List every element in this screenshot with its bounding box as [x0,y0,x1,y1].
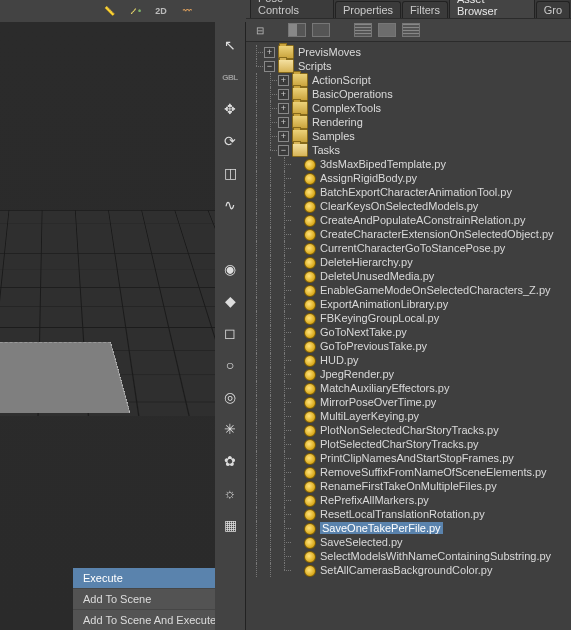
select-tool-icon[interactable]: ↖ [219,34,241,56]
tree-file[interactable]: MultiLayerKeying.py [250,409,571,423]
torus-icon[interactable]: ◎ [219,386,241,408]
gear-icon[interactable]: ✿ [219,450,241,472]
tree-file[interactable]: PlotNonSelectedCharStoryTracks.py [250,423,571,437]
tree-file[interactable]: DeleteHierarchy.py [250,255,571,269]
hierarchy-color-icon[interactable]: ◆ [219,290,241,312]
tree-file[interactable]: ResetLocalTranslationRotation.py [250,507,571,521]
tree-toggle[interactable]: − [264,61,275,72]
tree-label: Samples [312,130,355,142]
python-file-icon [304,299,316,311]
tree-file[interactable]: SaveSelected.py [250,535,571,549]
tree-toggle[interactable]: + [278,131,289,142]
mode-2d-icon[interactable]: 2D [152,2,170,20]
tree-file[interactable]: MatchAuxiliaryEffectors.py [250,381,571,395]
python-file-icon [304,467,316,479]
view-large-button[interactable] [378,23,396,37]
python-file-icon [304,369,316,381]
tree-file[interactable]: SaveOneTakePerFile.py [250,521,571,535]
divider1[interactable] [219,226,241,248]
tree-toggle[interactable]: + [278,117,289,128]
tree-label: AssignRigidBody.py [320,172,417,184]
tree-label: Tasks [312,144,340,156]
tree-toggle[interactable]: + [278,89,289,100]
tree-file[interactable]: CreateAndPopulateAConstrainRelation.py [250,213,571,227]
tab-asset-browser[interactable]: Asset Browser [449,0,535,19]
scale-tool-icon[interactable]: ◫ [219,162,241,184]
sphere-icon[interactable]: ○ [219,354,241,376]
tree-label: Scripts [298,60,332,72]
tab-groups[interactable]: Gro [536,1,570,18]
tree-label: ResetLocalTranslationRotation.py [320,508,485,520]
tree-file[interactable]: GoToPreviousTake.py [250,339,571,353]
move-tool-icon[interactable]: ✥ [219,98,241,120]
tree-file[interactable]: CreateCharacterExtensionOnSelectedObject… [250,227,571,241]
tree-file[interactable]: ClearKeysOnSelectedModels.py [250,199,571,213]
tree-file[interactable]: AssignRigidBody.py [250,171,571,185]
tree-file[interactable]: SelectModelsWithNameContainingSubstring.… [250,549,571,563]
spline-tool-icon[interactable]: ∿ [219,194,241,216]
view-single-button[interactable] [312,23,330,37]
context-menu-item[interactable]: Execute [73,568,216,588]
viewport-3d[interactable]: ExecuteAdd To SceneAdd To Scene And Exec… [0,22,216,630]
ground-plane-patch [0,342,130,413]
tree-file[interactable]: 3dsMaxBipedTemplate.py [250,157,571,171]
tree-file[interactable]: PrintClipNamesAndStartStopFrames.py [250,451,571,465]
tree-file[interactable]: BatchExportCharacterAnimationTool.py [250,185,571,199]
tree-file[interactable]: EnableGameModeOnSelectedCharacters_Z.py [250,283,571,297]
view-split-button[interactable] [288,23,306,37]
tree-file[interactable]: RenameFirstTakeOnMultipleFiles.py [250,479,571,493]
cube-icon[interactable]: ◻ [219,322,241,344]
python-file-icon [304,551,316,563]
python-file-icon [304,565,316,577]
python-file-icon [304,509,316,521]
tree-label: ClearKeysOnSelectedModels.py [320,200,478,212]
tree-toggle[interactable]: − [278,145,289,156]
tab-filters[interactable]: Filters [402,1,448,18]
wireframe-icon[interactable]: ▦ [219,514,241,536]
tree-label: HUD.py [320,354,359,366]
global-mode-icon[interactable]: GBL [219,66,241,88]
tree-file[interactable]: JpegRender.py [250,367,571,381]
tree-toggle[interactable]: + [264,47,275,58]
view-list-button[interactable] [354,23,372,37]
tree-file[interactable]: PlotSelectedCharStoryTracks.py [250,437,571,451]
tree-collapse-icon[interactable]: ⊟ [256,25,264,36]
tab-pose-controls[interactable]: Pose Controls [250,0,334,18]
ruler-icon[interactable]: 📏 [100,2,118,20]
context-menu-item[interactable]: Add To Scene [73,588,216,609]
tree-toggle[interactable]: + [278,75,289,86]
tree-file[interactable]: RemoveSuffixFromNameOfSceneElements.py [250,465,571,479]
folder-open-icon [292,143,308,157]
view-details-button[interactable] [402,23,420,37]
tree-file[interactable]: RePrefixAllMarkers.py [250,493,571,507]
tree-file[interactable]: HUD.py [250,353,571,367]
tree-file[interactable]: GoToNextTake.py [250,325,571,339]
tree-file[interactable]: DeleteUnusedMedia.py [250,269,571,283]
globe-dot-icon[interactable]: ◉ [219,258,241,280]
tab-properties[interactable]: Properties [335,1,401,18]
star-burst-icon[interactable]: ✳ [219,418,241,440]
sun-icon[interactable]: ☼ [219,482,241,504]
tree-label: 3dsMaxBipedTemplate.py [320,158,446,170]
context-menu: ExecuteAdd To SceneAdd To Scene And Exec… [72,567,216,630]
asset-browser-panel: ⊟ + PrevisMoves − Scripts + ActionScript… [246,18,571,630]
context-menu-item[interactable]: Add To Scene And Execute [73,609,216,630]
asset-tree[interactable]: + PrevisMoves − Scripts + ActionScript +… [246,41,571,630]
tree-toggle[interactable]: + [278,103,289,114]
tree-file[interactable]: ExportAnimationLibrary.py [250,297,571,311]
tree-file[interactable]: FBKeyingGroupLocal.py [250,311,571,325]
brush-icon[interactable]: 〰 [178,2,196,20]
tree-folder[interactable]: − Tasks [250,143,571,157]
rotate-tool-icon[interactable]: ⟳ [219,130,241,152]
tree-file[interactable]: CurrentCharacterGoToStancePose.py [250,241,571,255]
python-file-icon [304,313,316,325]
main-tabs: Pose ControlsPropertiesFiltersAsset Brow… [250,0,571,18]
arc-icon[interactable]: ⟋• [126,2,144,20]
tree-folder[interactable]: + PrevisMoves [250,45,571,59]
tree-label: SaveOneTakePerFile.py [320,522,443,534]
tree-label: SaveSelected.py [320,536,403,548]
tree-file[interactable]: SetAllCamerasBackgroundColor.py [250,563,571,577]
tree-label: DeleteUnusedMedia.py [320,270,434,282]
python-file-icon [304,341,316,353]
tree-file[interactable]: MirrorPoseOverTime.py [250,395,571,409]
